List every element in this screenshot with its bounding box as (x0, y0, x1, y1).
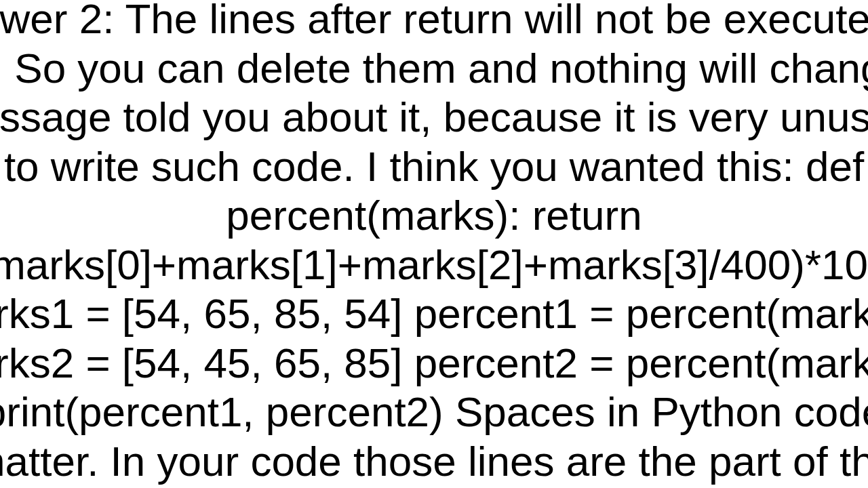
answer-text: Answer 2: The lines after return will no… (0, 0, 868, 488)
